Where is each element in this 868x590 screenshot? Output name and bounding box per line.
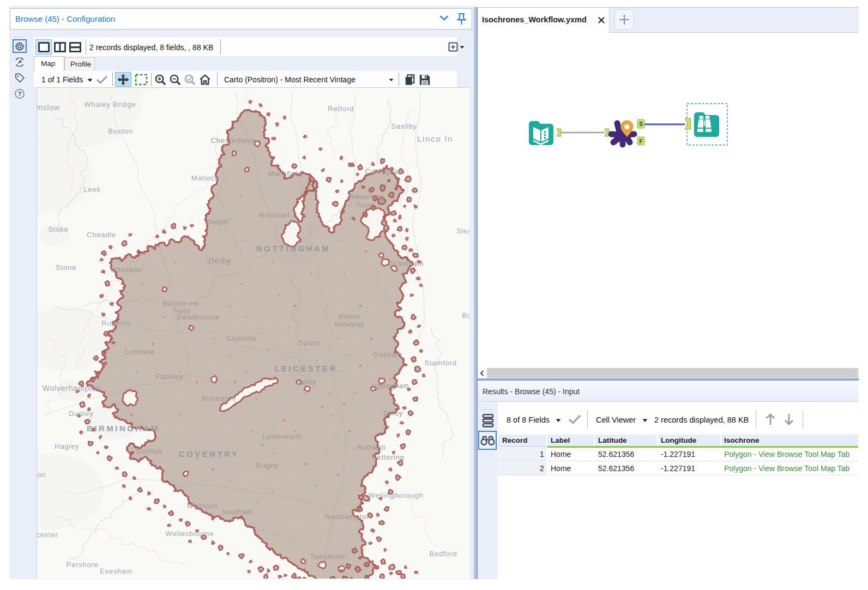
svg-text:LEICESTER: LEICESTER	[274, 364, 337, 373]
svg-text:Trent: Trent	[356, 202, 373, 209]
svg-text:Kettering: Kettering	[372, 453, 404, 461]
svg-text:Nuneaton: Nuneaton	[202, 394, 236, 402]
svg-text:mslow: mslow	[37, 103, 60, 112]
svg-text:Rugeley: Rugeley	[101, 319, 130, 327]
svg-text:Newark on: Newark on	[349, 193, 385, 201]
svg-text:Corby: Corby	[383, 410, 403, 417]
svg-text:NOTTINGHAM: NOTTINGHAM	[256, 244, 331, 253]
svg-text:Belper: Belper	[207, 218, 230, 226]
svg-text:Collingham: Collingham	[365, 167, 405, 176]
svg-text:Matlock: Matlock	[191, 174, 219, 182]
svg-text:Stoke: Stoke	[48, 225, 68, 233]
svg-text:Wolverhampton: Wolverhampton	[43, 384, 101, 393]
svg-text:Oakham: Oakham	[373, 351, 402, 359]
svg-text:Wellingborough: Wellingborough	[368, 491, 423, 499]
svg-text:Whitnash: Whitnash	[187, 502, 218, 510]
svg-text:n: n	[37, 477, 38, 485]
svg-text:Swadlincote: Swadlincote	[177, 313, 220, 321]
svg-text:Rothwell: Rothwell	[357, 444, 385, 451]
svg-text:Mansfield: Mansfield	[268, 170, 303, 178]
svg-text:Burton-on-: Burton-on-	[162, 299, 200, 308]
svg-text:Bedford: Bedford	[429, 550, 457, 558]
svg-text:Melton: Melton	[339, 313, 361, 321]
svg-text:Syston: Syston	[298, 339, 321, 347]
svg-text:Uttoxeter: Uttoxeter	[111, 266, 143, 274]
svg-text:Grantham: Grantham	[389, 260, 424, 268]
svg-text:Cheadle: Cheadle	[87, 231, 116, 239]
svg-text:Saxilby: Saxilby	[391, 122, 417, 130]
svg-text:Wellesbourne: Wellesbourne	[166, 529, 214, 538]
svg-text:Buxton: Buxton	[108, 127, 132, 135]
svg-text:Rugby: Rugby	[256, 461, 279, 469]
svg-text:rcester: rcester	[37, 531, 58, 539]
svg-text:Coalville: Coalville	[226, 334, 257, 342]
svg-text:Oadby: Oadby	[295, 378, 316, 386]
svg-text:Derby: Derby	[208, 256, 231, 265]
svg-text:Hucknall: Hucknall	[259, 211, 290, 219]
svg-text:S: S	[639, 121, 643, 127]
svg-text:Uppingham: Uppingham	[372, 382, 409, 390]
svg-text:Sleaf: Sleaf	[456, 227, 469, 235]
svg-text:Linco ln: Linco ln	[417, 135, 453, 143]
svg-text:Lutterworth: Lutterworth	[262, 432, 303, 441]
svg-text:Towcester: Towcester	[310, 552, 346, 561]
svg-text:?: ?	[18, 91, 22, 97]
svg-text:Stone: Stone	[56, 263, 76, 272]
svg-text:t on: t on	[37, 471, 46, 479]
svg-text:Bo: Bo	[462, 311, 469, 320]
svg-text:Hagley: Hagley	[55, 442, 79, 450]
svg-text:Dudley: Dudley	[69, 410, 93, 418]
svg-text:BIRMINGHAM: BIRMINGHAM	[87, 424, 160, 433]
svg-text:Fazeley: Fazeley	[155, 372, 183, 381]
svg-text:Southam: Southam	[221, 508, 253, 516]
svg-text:Pershore: Pershore	[66, 561, 98, 569]
svg-text:COVENTRY: COVENTRY	[179, 449, 239, 459]
svg-text:Solihull: Solihull	[136, 447, 162, 455]
svg-text:Lichfield: Lichfield	[125, 348, 155, 356]
svg-text:F: F	[639, 139, 642, 145]
svg-text:Chesterfield: Chesterfield	[211, 136, 254, 145]
svg-text:Retford: Retford	[328, 105, 354, 113]
svg-text:Stamford: Stamford	[424, 359, 456, 367]
svg-text:Mowbray: Mowbray	[335, 321, 364, 328]
svg-text:Evesham: Evesham	[100, 567, 132, 575]
svg-text:Northampton: Northampton	[325, 513, 371, 521]
svg-text:Whaley Bridge: Whaley Bridge	[85, 100, 136, 109]
svg-text:Leek: Leek	[83, 185, 100, 194]
